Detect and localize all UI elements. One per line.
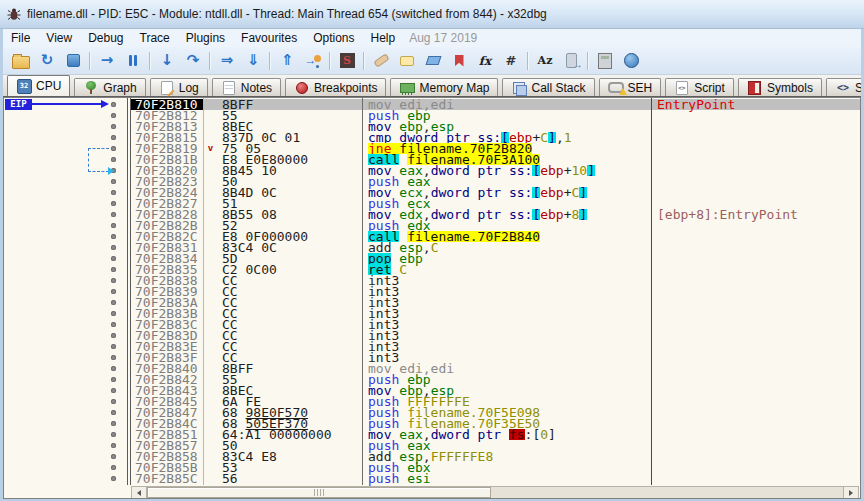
step-over-button[interactable]: ↷ — [181, 49, 205, 73]
disasm-row[interactable]: 70F2B838CCint3 — [4, 275, 860, 286]
tab-log[interactable]: Log — [150, 78, 208, 96]
breakpoint-dot[interactable] — [111, 289, 116, 294]
disasm-row[interactable]: 70F2B8345Dpop ebp — [4, 253, 860, 264]
labels-button[interactable] — [421, 49, 445, 73]
tab-breakpoints[interactable]: Breakpoints — [285, 78, 386, 96]
step-into-button[interactable]: ↓ — [155, 49, 179, 73]
breakpoint-dot[interactable] — [111, 333, 116, 338]
scroll-right-button[interactable] — [843, 487, 858, 498]
open-file-button[interactable] — [9, 49, 33, 73]
breakpoint-dot[interactable] — [111, 223, 116, 228]
disasm-row[interactable]: 70F2B83ECCint3 — [4, 341, 860, 352]
breakpoint-dot[interactable] — [111, 124, 116, 129]
breakpoint-dot[interactable] — [111, 102, 116, 107]
breakpoint-dot[interactable] — [111, 399, 116, 404]
attach-button[interactable] — [559, 49, 583, 73]
calculator-button[interactable] — [593, 49, 617, 73]
breakpoint-dot[interactable] — [111, 377, 116, 382]
patches-button[interactable] — [369, 49, 393, 73]
menu-item-plugins[interactable]: Plugins — [178, 30, 233, 46]
restart-button[interactable]: ↻ — [35, 49, 59, 73]
breakpoint-dot[interactable] — [111, 421, 116, 426]
breakpoint-dot[interactable] — [111, 179, 116, 184]
menu-item-options[interactable]: Options — [305, 30, 362, 46]
run-trace-button[interactable]: ⇒ — [215, 49, 239, 73]
disasm-row[interactable]: 70F2B85164:A1 00000000mov eax,dword ptr … — [4, 429, 860, 440]
tab-call-stack[interactable]: Call Stack — [502, 78, 594, 96]
disasm-row[interactable]: 70F2B8408BFFmov edi,edi — [4, 363, 860, 374]
scrollbar-thumb[interactable] — [147, 487, 491, 498]
tab-symbols[interactable]: Symbols — [738, 78, 822, 96]
disasm-row[interactable]: 70F2B839CCint3 — [4, 286, 860, 297]
breakpoint-dot[interactable] — [111, 311, 116, 316]
disasm-comment-separator[interactable] — [651, 98, 652, 485]
disasm-row[interactable]: 70F2B8248B4D 0Cmov ecx,dword ptr ss:[ebp… — [4, 187, 860, 198]
breakpoint-dot[interactable] — [111, 146, 116, 151]
disasm-row[interactable]: 70F2B8208B45 10mov eax,dword ptr ss:[ebp… — [4, 165, 860, 176]
trace-over-button[interactable]: ⇓ — [241, 49, 265, 73]
disasm-row[interactable]: 70F2B83183C4 0Cadd esp,C — [4, 242, 860, 253]
execute-till-return-button[interactable]: ⇑ — [275, 49, 299, 73]
close-button[interactable] — [61, 49, 85, 73]
breakpoint-dot[interactable] — [111, 366, 116, 371]
breakpoint-dot[interactable] — [111, 234, 116, 239]
tab-seh[interactable]: SEH — [599, 78, 662, 96]
disasm-row[interactable]: 70F2B83CCCint3 — [4, 319, 860, 330]
breakpoint-dot[interactable] — [111, 432, 116, 437]
disasm-row[interactable]: 70F2B8288B55 08mov edx,dword ptr ss:[ebp… — [4, 209, 860, 220]
scroll-left-button[interactable] — [132, 487, 147, 498]
bookmarks-button[interactable] — [447, 49, 471, 73]
breakpoint-dot[interactable] — [111, 113, 116, 118]
menu-item-favourites[interactable]: Favourites — [233, 30, 305, 46]
tab-notes[interactable]: Notes — [212, 78, 281, 96]
breakpoint-dot[interactable] — [111, 201, 116, 206]
breakpoint-dot[interactable] — [111, 300, 116, 305]
breakpoint-dot[interactable] — [111, 344, 116, 349]
scrollbar-track[interactable] — [147, 487, 843, 498]
menu-item-help[interactable]: Help — [363, 30, 404, 46]
breakpoint-dot[interactable] — [111, 135, 116, 140]
globe-button[interactable] — [619, 49, 643, 73]
tab-memory-map[interactable]: Memory Map — [390, 78, 498, 96]
tab-graph[interactable]: Graph — [74, 78, 145, 96]
disasm-row[interactable]: 70F2B85C56push esi — [4, 473, 860, 484]
breakpoint-dot[interactable] — [111, 245, 116, 250]
disasm-row[interactable]: 70F2B85883C4 E8add esp,FFFFFFE8 — [4, 451, 860, 462]
breakpoint-dot[interactable] — [111, 476, 116, 481]
breakpoint-dot[interactable] — [111, 410, 116, 415]
tab-cpu[interactable]: 32CPU — [7, 75, 70, 96]
menu-item-debug[interactable]: Debug — [80, 30, 131, 46]
references-button[interactable]: # — [499, 49, 523, 73]
run-to-user-code-button[interactable] — [301, 49, 325, 73]
comments-button[interactable] — [395, 49, 419, 73]
breakpoint-dot[interactable] — [111, 256, 116, 261]
text-case-button[interactable]: Az — [533, 49, 557, 73]
disasm-row[interactable]: 70F2B85B53push ebx — [4, 462, 860, 473]
bytes-disasm-separator[interactable] — [362, 98, 363, 485]
menu-item-trace[interactable]: Trace — [132, 30, 178, 46]
breakpoint-dot[interactable] — [111, 212, 116, 217]
functions-button[interactable]: fx — [473, 49, 497, 73]
disasm-row[interactable]: 70F2B83DCCint3 — [4, 330, 860, 341]
breakpoint-dot[interactable] — [111, 454, 116, 459]
breakpoint-dot[interactable] — [111, 157, 116, 162]
breakpoint-dot[interactable] — [111, 443, 116, 448]
breakpoint-dot[interactable] — [111, 190, 116, 195]
menu-item-file[interactable]: File — [3, 30, 38, 46]
tab-script[interactable]: Script — [665, 78, 734, 96]
run-button[interactable]: → — [95, 49, 119, 73]
breakpoint-dot[interactable] — [111, 278, 116, 283]
disasm-row[interactable]: 70F2B83ACCint3 — [4, 297, 860, 308]
breakpoint-dot[interactable] — [111, 388, 116, 393]
horizontal-scrollbar[interactable] — [131, 486, 859, 499]
disasm-row[interactable]: 70F2B835C2 0C00ret C — [4, 264, 860, 275]
breakpoint-dot[interactable] — [111, 267, 116, 272]
breakpoint-dot[interactable] — [111, 465, 116, 470]
breakpoint-dot[interactable] — [111, 355, 116, 360]
settings-button[interactable]: S — [335, 49, 359, 73]
disasm-row[interactable]: 70F2B83BCCint3 — [4, 308, 860, 319]
disasm-row[interactable]: 70F2B8108BFFmov edi,ediEntryPoint — [4, 99, 860, 110]
menu-item-view[interactable]: View — [38, 30, 80, 46]
pause-button[interactable] — [121, 49, 145, 73]
breakpoint-dot[interactable] — [111, 322, 116, 327]
